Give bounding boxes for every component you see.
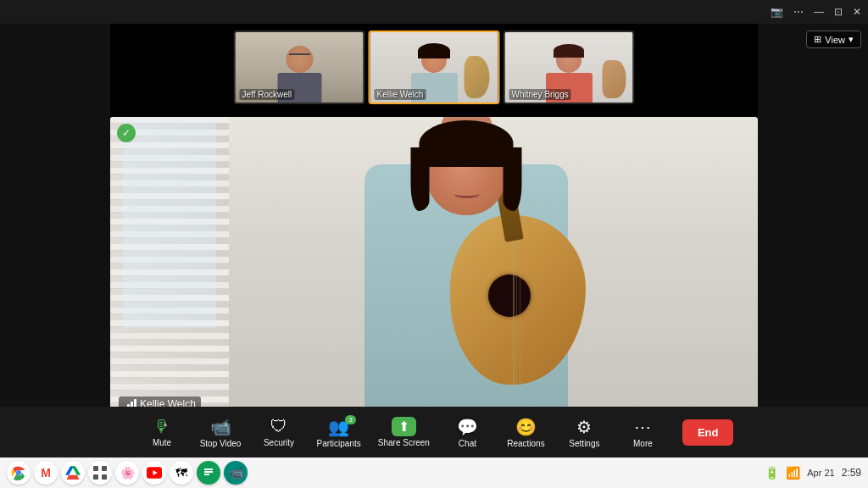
svg-point-1	[17, 471, 21, 475]
participant-count: 3	[345, 415, 355, 424]
more-label: More	[633, 439, 653, 448]
camera-icon[interactable]: 📷	[771, 6, 783, 18]
view-label: View	[825, 35, 845, 45]
taskbar-time: 2:59	[842, 467, 861, 479]
security-check-badge: ✓	[117, 124, 136, 142]
taskbar-gmail[interactable]: M	[34, 461, 58, 485]
svg-rect-8	[204, 469, 213, 470]
taskbar: M 🌸 🗺 📹 🔋 📶 Apr 21 2:59	[0, 458, 868, 488]
thumbnail-jeff[interactable]: Jeff Rockwell	[234, 30, 365, 104]
emoji-icon: 😊	[515, 417, 537, 437]
close-icon[interactable]: ✕	[853, 6, 861, 18]
titlebar-controls: 📷 ⋯ — ⊡ ✕	[771, 6, 861, 18]
taskbar-meet[interactable]: 📹	[224, 461, 248, 485]
main-video: ✓ Kellie Welch	[110, 117, 758, 419]
taskbar-apps-grid[interactable]	[88, 461, 112, 485]
security-label: Security	[264, 438, 294, 447]
battery-icon: 🔋	[765, 466, 779, 480]
thumbnail-kellie[interactable]: Kellie Welch	[369, 30, 500, 104]
jeff-label: Jeff Rockwell	[240, 89, 295, 100]
taskbar-photos[interactable]: 🌸	[115, 461, 139, 485]
mute-label: Mute	[153, 438, 171, 447]
taskbar-youtube[interactable]	[142, 461, 166, 485]
check-icon: ✓	[122, 127, 131, 139]
titlebar: 📷 ⋯ — ⊡ ✕	[0, 0, 868, 24]
svg-rect-10	[204, 474, 209, 475]
wifi-icon: 📶	[786, 466, 800, 480]
participants-button[interactable]: 👥 3 Participants	[310, 413, 368, 452]
video-area: ⊞ View ▾ Jeff Rockwell	[0, 24, 868, 419]
toolbar: 🎙 ▲ Mute 📹 ▲ Stop Video 🛡 Security 👥 3 P…	[0, 407, 868, 458]
taskbar-maps[interactable]: 🗺	[170, 461, 193, 485]
view-button[interactable]: ⊞ View ▾	[806, 30, 861, 48]
mute-caret-icon[interactable]: ▲	[162, 420, 169, 428]
chat-button[interactable]: 💬 Chat	[440, 413, 495, 452]
wall-right	[758, 24, 868, 419]
kellie-label: Kellie Welch	[375, 89, 426, 100]
screen-icon: ⬆	[392, 417, 416, 436]
minimize-icon[interactable]: —	[814, 6, 824, 18]
participants-label: Participants	[317, 439, 361, 448]
view-grid-icon: ⊞	[814, 34, 821, 45]
share-screen-label: Share Screen	[378, 438, 430, 447]
view-chevron-icon: ▾	[849, 34, 854, 45]
taskbar-sheets[interactable]	[197, 461, 220, 485]
svg-rect-9	[204, 471, 213, 473]
reactions-label: Reactions	[507, 439, 544, 448]
chat-icon: 💬	[457, 417, 478, 437]
whitney-label: Whitney Briggs	[509, 89, 571, 100]
mute-button[interactable]: 🎙 ▲ Mute	[135, 413, 190, 451]
shield-icon: 🛡	[270, 417, 287, 436]
end-button[interactable]: End	[682, 419, 734, 446]
thumbnail-strip: Jeff Rockwell Kellie Welch	[234, 30, 635, 104]
window-blinds	[110, 117, 229, 419]
settings-button[interactable]: ⚙ Settings	[557, 413, 612, 452]
share-screen-button[interactable]: ⬆ Share Screen	[371, 413, 437, 451]
more-icon[interactable]: ⋯	[793, 6, 804, 18]
svg-rect-3	[102, 466, 107, 471]
wall-left	[0, 24, 110, 419]
taskbar-right: 🔋 📶 Apr 21 2:59	[765, 466, 861, 480]
video-caret-icon[interactable]: ▲	[223, 420, 230, 428]
svg-rect-4	[93, 474, 98, 480]
more-button[interactable]: ⋯ More	[615, 413, 670, 452]
security-button[interactable]: 🛡 Security	[252, 413, 307, 451]
svg-rect-5	[102, 474, 107, 480]
gear-icon: ⚙	[576, 417, 592, 437]
taskbar-date: Apr 21	[807, 468, 834, 478]
svg-rect-2	[93, 466, 98, 471]
reactions-button[interactable]: 😊 Reactions	[498, 413, 554, 452]
stop-video-label: Stop Video	[200, 439, 242, 448]
chat-label: Chat	[459, 439, 476, 448]
dots-icon: ⋯	[634, 417, 651, 437]
stop-video-button[interactable]: 📹 ▲ Stop Video	[193, 413, 248, 452]
thumbnail-whitney[interactable]: Whitney Briggs	[504, 30, 635, 104]
taskbar-chrome[interactable]	[7, 461, 31, 485]
maximize-icon[interactable]: ⊡	[834, 6, 843, 18]
settings-label: Settings	[569, 439, 599, 448]
taskbar-drive[interactable]	[61, 461, 85, 485]
